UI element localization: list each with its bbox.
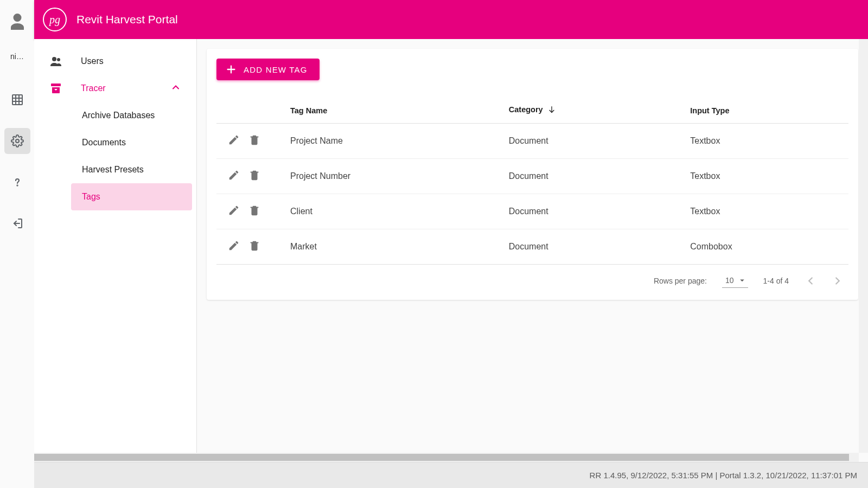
trash-icon bbox=[248, 134, 260, 148]
sidebar-item-tags[interactable]: Tags bbox=[71, 183, 192, 210]
app-bar: pg Revit Harvest Portal bbox=[34, 0, 868, 39]
sidebar: Users Tracer Archive Databases bbox=[34, 39, 197, 453]
dropdown-icon bbox=[737, 275, 747, 285]
svg-rect-10 bbox=[51, 84, 61, 86]
sidebar-item-label: Harvest Presets bbox=[82, 165, 144, 175]
delete-button[interactable] bbox=[246, 238, 263, 255]
sidebar-item-label: Archive Databases bbox=[82, 111, 155, 120]
page-size-value: 10 bbox=[725, 276, 734, 285]
svg-point-9 bbox=[57, 58, 60, 61]
users-icon bbox=[49, 55, 62, 68]
table-row: Project NameDocumentTextbox bbox=[216, 124, 848, 159]
prev-page-button[interactable] bbox=[804, 274, 817, 287]
app-logo: pg bbox=[43, 8, 67, 31]
edit-button[interactable] bbox=[225, 132, 242, 150]
svg-point-6 bbox=[17, 185, 17, 185]
app-title: Revit Harvest Portal bbox=[76, 13, 178, 26]
delete-button[interactable] bbox=[246, 132, 263, 150]
horizontal-scrollbar[interactable] bbox=[34, 453, 859, 462]
table-row: ClientDocumentTextbox bbox=[216, 194, 848, 229]
chevron-up-icon bbox=[170, 82, 181, 95]
add-button-label: ADD NEW TAG bbox=[244, 65, 308, 74]
column-actions bbox=[216, 98, 282, 124]
cell-input-type: Combobox bbox=[681, 229, 848, 265]
svg-point-8 bbox=[52, 57, 56, 61]
cell-input-type: Textbox bbox=[681, 159, 848, 194]
rail-grid-button[interactable] bbox=[4, 87, 30, 113]
chevron-right-icon bbox=[832, 275, 844, 287]
vertical-scrollbar[interactable] bbox=[859, 39, 868, 453]
rail-help-button[interactable] bbox=[4, 169, 30, 195]
edit-button[interactable] bbox=[225, 238, 242, 255]
version-text: RR 1.4.95, 9/12/2022, 5:31:55 PM | Porta… bbox=[590, 471, 857, 480]
user-short-label: ni… bbox=[7, 52, 28, 61]
sidebar-item-documents[interactable]: Documents bbox=[71, 129, 192, 156]
table-row: Project NumberDocumentTextbox bbox=[216, 159, 848, 194]
sidebar-item-archive-databases[interactable]: Archive Databases bbox=[71, 102, 192, 129]
pencil-icon bbox=[228, 240, 240, 254]
edit-button[interactable] bbox=[225, 203, 242, 220]
rows-per-page-select[interactable]: 10 bbox=[722, 273, 748, 288]
sidebar-item-tracer[interactable]: Tracer bbox=[39, 75, 192, 102]
content-area: ADD NEW TAG Tag Name Category bbox=[197, 39, 868, 453]
cell-tag-name: Project Name bbox=[282, 124, 500, 159]
sort-down-icon bbox=[547, 105, 556, 115]
sidebar-item-users[interactable]: Users bbox=[39, 48, 192, 75]
cell-tag-name: Project Number bbox=[282, 159, 500, 194]
plus-icon bbox=[225, 63, 237, 75]
pagination-range: 1-4 of 4 bbox=[763, 277, 789, 285]
pencil-icon bbox=[228, 204, 240, 219]
chevron-left-icon bbox=[805, 275, 816, 287]
user-avatar-icon[interactable] bbox=[8, 12, 27, 31]
left-rail: ni… bbox=[0, 0, 34, 488]
sidebar-submenu-tracer: Archive Databases Documents Harvest Pres… bbox=[39, 102, 192, 210]
tags-table: Tag Name Category Input Type Proj bbox=[216, 98, 848, 265]
delete-button[interactable] bbox=[246, 203, 263, 220]
column-category[interactable]: Category bbox=[500, 98, 682, 124]
cell-category: Document bbox=[500, 124, 682, 159]
cell-tag-name: Client bbox=[282, 194, 500, 229]
delete-button[interactable] bbox=[246, 168, 263, 185]
column-input-type[interactable]: Input Type bbox=[681, 98, 848, 124]
cell-category: Document bbox=[500, 229, 682, 265]
cell-input-type: Textbox bbox=[681, 194, 848, 229]
pencil-icon bbox=[228, 134, 240, 148]
footer: RR 1.4.95, 9/12/2022, 5:31:55 PM | Porta… bbox=[34, 462, 868, 488]
archive-icon bbox=[49, 82, 62, 95]
cell-category: Document bbox=[500, 194, 682, 229]
column-tag-name[interactable]: Tag Name bbox=[282, 98, 500, 124]
sidebar-item-label: Tags bbox=[82, 192, 100, 202]
rail-logout-button[interactable] bbox=[4, 210, 30, 236]
sidebar-item-label: Documents bbox=[82, 138, 126, 147]
cell-tag-name: Market bbox=[282, 229, 500, 265]
svg-point-5 bbox=[16, 139, 19, 143]
sidebar-item-label: Users bbox=[81, 56, 104, 66]
sidebar-item-harvest-presets[interactable]: Harvest Presets bbox=[71, 156, 192, 183]
pencil-icon bbox=[228, 169, 240, 183]
edit-button[interactable] bbox=[225, 168, 242, 185]
rail-settings-button[interactable] bbox=[4, 128, 30, 154]
sidebar-item-label: Tracer bbox=[81, 84, 106, 93]
add-new-tag-button[interactable]: ADD NEW TAG bbox=[216, 59, 320, 80]
cell-category: Document bbox=[500, 159, 682, 194]
svg-rect-0 bbox=[12, 95, 22, 105]
tags-card: ADD NEW TAG Tag Name Category bbox=[207, 49, 858, 300]
trash-icon bbox=[248, 169, 260, 183]
trash-icon bbox=[248, 204, 260, 219]
table-row: MarketDocumentCombobox bbox=[216, 229, 848, 265]
rows-per-page-label: Rows per page: bbox=[654, 277, 707, 285]
cell-input-type: Textbox bbox=[681, 124, 848, 159]
next-page-button[interactable] bbox=[831, 274, 844, 287]
trash-icon bbox=[248, 240, 260, 254]
pagination: Rows per page: 10 1-4 of 4 bbox=[216, 265, 848, 290]
